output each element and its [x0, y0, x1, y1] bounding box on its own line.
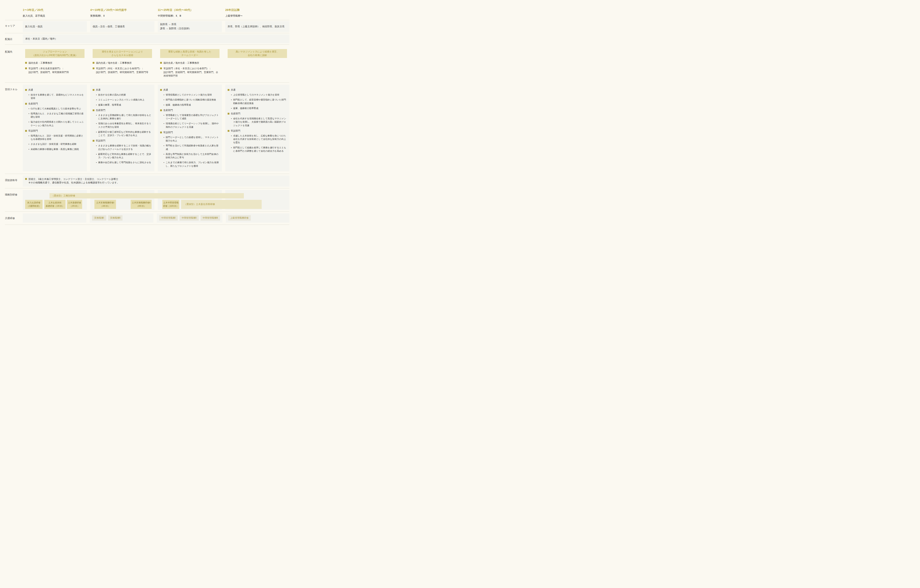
row-label-career: キャリア: [5, 21, 19, 32]
common-training-cell: 中間管理職層Ⅰ中間管理職層Ⅱ中間管理職層Ⅲ: [157, 213, 222, 223]
assignment-item: 国内生産／海外生産：工事事務所: [160, 61, 220, 65]
training-box-line: 新入社員研修: [27, 201, 40, 204]
assignment-highlight-line2: 会社の発展に貢献: [229, 53, 285, 57]
skill-group-heading: 常設部門: [228, 129, 287, 132]
common-training-chip: 実務職層Ⅱ: [108, 215, 123, 221]
skill-bullet: 担当する業務を通じて、基礎的なビジネススキルを習得: [29, 93, 84, 100]
assignment-highlight-line2: さらなるスキル習得: [94, 53, 151, 57]
column-title: 1〜3年目／20代: [23, 8, 87, 12]
skill-group-heading: 常設部門: [25, 129, 84, 132]
assignment-highlight-line1: ジョブローテーション: [27, 50, 83, 53]
square-bullet-icon: [160, 62, 162, 64]
skill-group: 常設部門 部門リーダーとしての基礎を習得し、マネジメント能力を向上専門性を活かし…: [160, 131, 220, 168]
assignment-cell: 豊富な経験と高度な技術・知識を有した チームリーダー 国内生産／海外生産：工事事…: [158, 47, 222, 81]
square-bullet-icon: [25, 130, 27, 132]
assignment-item: 常設部門（本社・本支店における各部門）：設計部門、技術部門、研究開発部門、営業部…: [160, 67, 220, 78]
column-subtitle: 上級管理職層〜: [225, 14, 289, 18]
skill-bullet: 卓越した土木技術を有し、広範な教養を身につけた会社を代表する技術者として全社的な…: [231, 134, 287, 144]
skill-bullet: 専門性を活かして学識経験者や有識者との人脈を形成: [164, 144, 220, 151]
skills-cell: 共通 上位管理職としてのマネジメント能力を習得部門長として、経営目標や運営指針に…: [225, 85, 289, 171]
skill-group-title: 常設部門: [28, 129, 38, 132]
skill-bullet: OJTを通じて大林組職員としての基本姿勢を学ぶ: [29, 107, 84, 110]
square-bullet-icon: [25, 89, 27, 91]
square-bullet-icon: [25, 62, 27, 64]
qualifications-text: 技術士、1級土木施工管理技士、コンクリート技士・主任技士、コンクリート診断士: [29, 177, 118, 181]
assignment-highlight-line1: 豊富な経験と高度な技術・知識を有した: [162, 50, 218, 53]
assignment-item-line: 国内生産／海外生産：工事事務所: [96, 61, 132, 65]
column-header: 4〜10年目／20代〜30代前半 実務職層Ⅰ、Ⅱ: [90, 7, 154, 18]
skill-group: 生産部門 OJTを通じて大林組職員としての基本姿勢を学ぶ指導員のもと、さまざまな…: [25, 102, 84, 127]
skill-bullet: 部門長の目標指針に基づいた戦略目標の策定推進: [164, 98, 220, 102]
square-bullet-icon: [228, 130, 229, 132]
career-cell: 所長、部長（上級主席技師）、統括部長、副支店長: [225, 21, 289, 32]
skill-bullet: コミュニケーション力とバランス感覚の向上: [96, 98, 152, 102]
skill-bullet: 顧客対応など対外的な業務を経験することで、交渉力・プレゼン能力を向上: [96, 153, 152, 160]
career-step: 新入社員・係員: [25, 24, 84, 29]
square-bullet-icon: [228, 113, 229, 115]
training-box-line: （2年目）: [70, 204, 79, 208]
skill-group: 共通 担当する仕事の流れの把握コミュニケーション力とバランス感覚の向上後輩の教育…: [92, 88, 152, 107]
square-bullet-icon: [25, 68, 27, 69]
assignment-item-line: 常設部門（本社・本支店における各部門）：: [164, 67, 220, 70]
career-step: 課長 → 副部長（主任技師）: [160, 26, 220, 31]
skill-group-title: 共通: [231, 88, 236, 92]
skill-group: 共通 上位管理職としてのマネジメント能力を習得部門長として、経営目標や運営指針に…: [228, 88, 287, 110]
assignment-highlight: 適性を踏まえたローテーションにより さらなるスキル習得: [92, 49, 152, 58]
assignment-item-line: 設計部門、技術部門、研究開発部門、営業部門等: [96, 70, 148, 74]
training-box: 土木基礎研修（2年目）: [67, 200, 82, 209]
assignment-highlight-line2: チームリーダー: [162, 53, 218, 57]
skill-group-heading: 生産部門: [160, 108, 220, 112]
common-training-cell: 上級管理職層研修: [226, 213, 289, 223]
assignment-highlight: 高いマネジメント力により組織を運営、 会社の発展に貢献: [228, 49, 287, 58]
square-bullet-icon: [228, 89, 229, 91]
skills-row: 習得スキル 共通 担当する業務を通じて、基礎的なビジネススキルを習得 生産部門: [5, 82, 289, 174]
assignment-highlight-line1: 適性を踏まえたローテーションにより: [94, 50, 151, 53]
common-training-chip: 実務職層Ⅰ: [92, 215, 106, 221]
assignment-row: 配属先 ジョブローテーション （原則入社から5年間で国内3部門に配属） 国内生産…: [5, 45, 289, 83]
square-bullet-icon: [160, 132, 162, 133]
bottom-divider: [5, 225, 289, 230]
skill-group-title: 生産部門: [96, 108, 105, 112]
skill-group: 生産部門 管理職者として現場運営の基礎を学びプロジェクトリーダーとして成長現場責…: [160, 108, 220, 129]
skill-bullet: 後輩、後継者の指導育成: [231, 107, 287, 110]
skill-group: 常設部門 指導員のもと、設計・技術支援・研究開発に必要となる基礎技術を習得さまざ…: [25, 129, 84, 151]
training-box-line: （2週間程度）: [27, 204, 41, 208]
square-bullet-icon: [160, 89, 162, 91]
skill-group-heading: 常設部門: [160, 131, 220, 134]
square-bullet-icon: [160, 68, 162, 69]
training-box: 土木実務職層研修Ⅱ（8年目）: [131, 200, 152, 209]
assignment-item-line: 国内生産：工事事務所: [29, 61, 52, 65]
skill-bullet: 協力会社や社内関係者との関わりを通してコミュニケーション能力を向上: [29, 120, 84, 127]
square-bullet-icon: [25, 103, 27, 105]
skill-bullet: 上位管理職としてのマネジメント能力を習得: [231, 93, 287, 97]
skill-group-title: 常設部門: [96, 139, 105, 142]
column-header: 1〜3年目／20代 新入社員、若手職員: [23, 7, 87, 18]
career-step: 所長、部長（上級主席技師）、統括部長、副支店長: [228, 24, 287, 29]
column-title: 11〜25年目（30代〜40代）: [158, 8, 222, 12]
assignment-item-line: 常設部門（本社生産支援部門）：: [29, 67, 69, 70]
training-row: 職種別研修 （選抜型）工種別研修 新入社員研修（2週間程度） 土木生産技術基礎研…: [5, 188, 289, 211]
training-box-line: （8年目）: [136, 204, 146, 208]
skill-group-title: 生産部門: [163, 108, 173, 112]
row-label-assignment: 配属先: [5, 47, 19, 81]
career-path-chart: 1〜3年目／20代 新入社員、若手職員 4〜10年目／20代〜30代前半 実務職…: [5, 0, 289, 230]
square-bullet-icon: [25, 178, 27, 180]
training-box-line: 基礎研修（1年目）: [45, 204, 64, 208]
assignment-cell: 高いマネジメント力により組織を運営、 会社の発展に貢献: [225, 47, 289, 81]
skills-cell: 共通 担当する仕事の流れの把握コミュニケーション力とバランス感覚の向上後輩の教育…: [90, 85, 154, 171]
column-title: 26年目以降: [225, 8, 289, 12]
skill-bullet: 指導員のもと、設計・技術支援・研究開発に必要となる基礎技術を習得: [29, 134, 84, 141]
training-canvas: （選抜型）工種別研修 新入社員研修（2週間程度） 土木生産技術基礎研修（1年目）…: [23, 190, 289, 210]
square-bullet-icon: [160, 110, 162, 111]
skill-group-heading: 共通: [228, 88, 287, 92]
skill-bullet: 管理役職者としてのマネジメント能力を習得: [164, 93, 220, 97]
assignment-item: 常設部門（本社生産支援部門）：設計部門、技術部門、研究開発部門等: [25, 67, 84, 74]
common-training-chip: 中間管理職層Ⅱ: [180, 215, 199, 221]
training-box: 土木中間管理職研修（15年目）: [162, 200, 179, 209]
common-training-cell: [23, 213, 86, 223]
assignment-item-line: 設計部門、技術部門、研究開発部門等: [29, 70, 69, 74]
assignment-item-line: 常設部門（本社・本支店における各部門）：: [96, 67, 148, 70]
skill-bullet: 部門長として組織を統率して業務を遂行するとともに各部門との調整を通じて会社の総合…: [231, 146, 287, 153]
column-subtitle: 中間管理職層Ⅰ、Ⅱ、Ⅲ: [158, 14, 222, 18]
square-bullet-icon: [92, 89, 94, 91]
